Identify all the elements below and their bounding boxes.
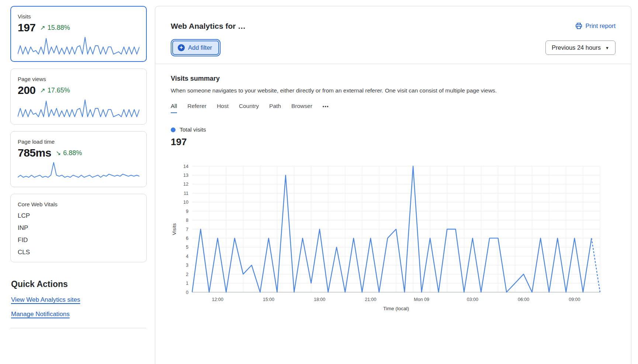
quick-actions-heading: Quick Actions bbox=[11, 279, 147, 289]
cwv-label: FID bbox=[18, 237, 37, 244]
core-web-vitals-title: Core Web Vitals bbox=[18, 201, 139, 207]
printer-icon bbox=[575, 22, 582, 29]
view-web-analytics-sites-link[interactable]: View Web Analytics sites bbox=[11, 296, 80, 304]
svg-text:18:00: 18:00 bbox=[314, 297, 325, 302]
cwv-label: CLS bbox=[18, 249, 37, 256]
chevron-down-icon: ▼ bbox=[605, 46, 609, 50]
cwv-label: LCP bbox=[18, 212, 37, 220]
cwv-row-fid: FID bbox=[18, 237, 139, 244]
visits-summary-heading: Visits summary bbox=[171, 75, 616, 83]
metric-delta: ↗ 17.65% bbox=[40, 87, 70, 94]
cwv-label: INP bbox=[18, 224, 37, 232]
visits-sparkline bbox=[18, 36, 139, 55]
metric-delta-value: 6.88% bbox=[63, 149, 82, 157]
page-load-sparkline bbox=[18, 161, 139, 181]
metric-label: Visits bbox=[18, 13, 139, 20]
svg-text:8: 8 bbox=[186, 218, 188, 223]
web-analytics-page: Visits 197 ↗ 15.88% Page views 200 ↗ 17.… bbox=[0, 0, 638, 364]
svg-text:Mon 09: Mon 09 bbox=[414, 297, 429, 302]
svg-text:12: 12 bbox=[183, 182, 188, 187]
metrics-sidebar: Visits 197 ↗ 15.88% Page views 200 ↗ 17.… bbox=[10, 6, 147, 328]
svg-text:9: 9 bbox=[186, 209, 188, 214]
metric-delta-value: 17.65% bbox=[48, 87, 70, 94]
svg-text:Visits: Visits bbox=[171, 223, 177, 235]
svg-text:1: 1 bbox=[186, 281, 188, 286]
tab-all[interactable]: All bbox=[171, 103, 177, 113]
svg-text:09:00: 09:00 bbox=[569, 297, 580, 302]
dimension-tabs: All Referer Host Country Path Browser ••… bbox=[171, 103, 616, 113]
print-report-link[interactable]: Print report bbox=[575, 22, 616, 29]
time-range-dropdown[interactable]: Previous 24 hours ▼ bbox=[545, 41, 616, 55]
trend-down-icon: ↘ bbox=[56, 149, 61, 157]
add-filter-button[interactable]: + Add filter bbox=[172, 41, 219, 55]
page-views-sparkline bbox=[18, 99, 139, 118]
metric-card-page-views[interactable]: Page views 200 ↗ 17.65% bbox=[10, 69, 147, 125]
time-range-label: Previous 24 hours bbox=[552, 44, 601, 51]
svg-text:7: 7 bbox=[186, 227, 188, 232]
visits-summary-description: When someone navigates to your website, … bbox=[171, 87, 616, 94]
svg-text:2: 2 bbox=[186, 272, 188, 277]
metric-delta-value: 15.88% bbox=[48, 24, 70, 32]
metric-value: 785ms bbox=[18, 147, 51, 159]
page-title: Web Analytics for … bbox=[171, 22, 246, 31]
trend-up-icon: ↗ bbox=[40, 24, 45, 32]
header-divider bbox=[155, 64, 631, 64]
svg-text:0: 0 bbox=[186, 290, 188, 295]
analytics-main-panel: Web Analytics for … Print report + Add f… bbox=[155, 6, 631, 364]
svg-text:15:00: 15:00 bbox=[263, 297, 274, 302]
tab-path[interactable]: Path bbox=[269, 103, 281, 113]
chart-legend: Total visits bbox=[171, 126, 616, 133]
svg-text:14: 14 bbox=[183, 164, 188, 169]
core-web-vitals-card: Core Web Vitals LCP INP FID CLS bbox=[10, 194, 147, 262]
plus-icon: + bbox=[178, 44, 185, 51]
more-tabs-ellipsis-icon[interactable]: ••• bbox=[323, 104, 329, 112]
svg-text:4: 4 bbox=[186, 254, 188, 259]
legend-dot-icon bbox=[171, 127, 176, 132]
metric-card-visits[interactable]: Visits 197 ↗ 15.88% bbox=[10, 6, 147, 62]
svg-text:21:00: 21:00 bbox=[365, 297, 376, 302]
cwv-row-inp: INP bbox=[18, 224, 139, 232]
metric-label: Page views bbox=[18, 76, 139, 82]
svg-text:12:00: 12:00 bbox=[212, 297, 223, 302]
trend-up-icon: ↗ bbox=[40, 87, 45, 94]
metric-delta: ↗ 15.88% bbox=[40, 24, 70, 32]
svg-text:06:00: 06:00 bbox=[518, 297, 529, 302]
svg-text:10: 10 bbox=[183, 200, 188, 205]
metric-card-page-load-time[interactable]: Page load time 785ms ↘ 6.88% bbox=[10, 131, 147, 187]
cwv-row-lcp: LCP bbox=[18, 212, 139, 220]
metric-label: Page load time bbox=[18, 139, 139, 145]
svg-text:13: 13 bbox=[183, 173, 188, 178]
tab-country[interactable]: Country bbox=[239, 103, 259, 113]
total-visits-value: 197 bbox=[171, 136, 616, 148]
metric-value: 197 bbox=[18, 21, 36, 34]
visits-line-chart: 0123456789101112131412:0015:0018:0021:00… bbox=[171, 163, 616, 314]
svg-text:Time (local): Time (local) bbox=[383, 306, 409, 311]
sidebar-divider bbox=[10, 328, 146, 328]
svg-text:6: 6 bbox=[186, 236, 188, 241]
svg-text:3: 3 bbox=[186, 263, 188, 268]
metric-delta: ↘ 6.88% bbox=[56, 149, 82, 157]
svg-text:5: 5 bbox=[186, 245, 188, 250]
manage-notifications-link[interactable]: Manage Notifications bbox=[11, 311, 70, 318]
tab-referer[interactable]: Referer bbox=[187, 103, 207, 113]
tab-browser[interactable]: Browser bbox=[291, 103, 312, 113]
cwv-row-cls: CLS bbox=[18, 249, 139, 256]
add-filter-label: Add filter bbox=[188, 44, 212, 51]
svg-text:03:00: 03:00 bbox=[467, 297, 478, 302]
print-report-label: Print report bbox=[585, 22, 616, 29]
metric-value: 200 bbox=[18, 84, 36, 97]
svg-text:11: 11 bbox=[184, 191, 188, 196]
tab-host[interactable]: Host bbox=[217, 103, 229, 113]
legend-label: Total visits bbox=[180, 126, 206, 133]
